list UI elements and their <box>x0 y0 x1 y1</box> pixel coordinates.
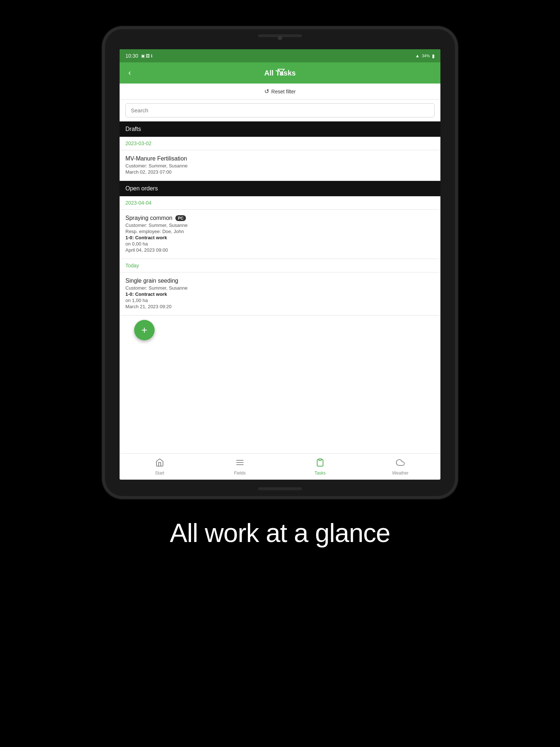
task-title-spraying: Spraying common <box>125 215 172 221</box>
reset-icon: ↺ <box>264 88 269 95</box>
task-detail-customer-draft: Customer: Summer, Susanne <box>125 163 435 169</box>
date-row-today: Today <box>120 259 440 272</box>
task-detail-area-spraying: on 0,00 ha <box>125 241 435 247</box>
reset-filter-label: Reset filter <box>271 89 296 94</box>
date-row-open-1: 2023-04-04 <box>120 196 440 210</box>
page-title: All Tasks <box>264 69 296 77</box>
tablet-speaker-bottom <box>258 487 302 490</box>
status-bar: 10:30 ▣ 🖼 ℹ ▲ 34% ▮ <box>120 49 440 62</box>
status-icons-right: ▲ 34% ▮ <box>415 53 435 59</box>
nav-label-start: Start <box>155 471 164 476</box>
task-badge-pc: PC <box>175 215 186 221</box>
task-item-mv-manure[interactable]: MV-Manure Fertilisation Customer: Summer… <box>120 150 440 181</box>
status-time: 10:30 ▣ 🖼 ℹ <box>125 53 152 59</box>
section-drafts: Drafts 2023-03-02 MV-Manure Fertilisatio… <box>120 121 440 181</box>
time-display: 10:30 <box>125 53 138 59</box>
section-header-open-orders: Open orders <box>120 181 440 196</box>
status-icons-left: ▣ 🖼 ℹ <box>141 54 152 58</box>
back-button[interactable]: ‹ <box>127 67 132 79</box>
task-detail-employee: Resp. employee: Doe, John <box>125 229 435 234</box>
section-header-drafts: Drafts <box>120 121 440 137</box>
weather-icon <box>396 458 405 469</box>
task-detail-customer-grain: Customer: Summer, Susanne <box>125 285 435 291</box>
nav-item-start[interactable]: Start <box>120 455 200 479</box>
nav-label-weather: Weather <box>392 471 408 476</box>
tasks-icon <box>316 458 324 469</box>
task-detail-contract-grain: 1-0: Contract work <box>125 291 435 297</box>
task-detail-customer-spraying: Customer: Summer, Susanne <box>125 222 435 228</box>
content-area[interactable]: ↺ Reset filter Drafts 2023-03-02 MV-Manu <box>120 84 440 453</box>
battery-icon: ▮ <box>432 53 435 59</box>
add-task-button[interactable]: + <box>134 320 155 340</box>
svg-rect-4 <box>319 459 322 460</box>
search-bar <box>120 100 440 121</box>
search-input[interactable] <box>125 103 435 117</box>
task-detail-date-draft: March 02, 2023 07:00 <box>125 169 435 175</box>
reset-filter-button[interactable]: ↺ Reset filter <box>264 88 296 95</box>
wifi-icon: ▲ <box>415 53 420 58</box>
nav-item-fields[interactable]: Fields <box>200 455 280 479</box>
nav-item-weather[interactable]: Weather <box>360 455 440 479</box>
tablet-frame: 10:30 ▣ 🖼 ℹ ▲ 34% ▮ ‹ All Tasks <box>105 29 455 496</box>
task-detail-date-spraying: April 04, 2023 09:00 <box>125 247 435 253</box>
task-detail-contract-spraying: 1-0: Contract work <box>125 235 435 240</box>
bottom-caption: All work at a glance <box>170 518 390 548</box>
bottom-nav: Start Fields <box>120 453 440 480</box>
task-item-spraying-common[interactable]: Spraying common PC Customer: Summer, Sus… <box>120 210 440 259</box>
date-row-draft-1: 2023-03-02 <box>120 137 440 150</box>
reset-filter-bar: ↺ Reset filter <box>120 84 440 100</box>
fab-container: + <box>120 316 440 345</box>
task-title-mv-manure: MV-Manure Fertilisation <box>125 155 187 162</box>
task-detail-date-grain: March 21, 2023 09:20 <box>125 304 435 309</box>
home-icon <box>155 458 164 469</box>
task-title-single-grain: Single grain seeding <box>125 278 178 284</box>
fields-icon <box>236 458 244 469</box>
nav-label-fields: Fields <box>234 471 246 476</box>
section-open-orders: Open orders 2023-04-04 Spraying common P… <box>120 181 440 316</box>
app-header: ‹ All Tasks <box>120 62 440 84</box>
task-detail-area-grain: on 1,00 ha <box>125 298 435 303</box>
tablet-camera <box>278 36 282 40</box>
nav-item-tasks[interactable]: Tasks <box>280 455 360 479</box>
task-item-single-grain[interactable]: Single grain seeding Customer: Summer, S… <box>120 272 440 316</box>
nav-label-tasks: Tasks <box>315 471 326 476</box>
battery-display: 34% <box>422 54 430 58</box>
tablet-screen: 10:30 ▣ 🖼 ℹ ▲ 34% ▮ ‹ All Tasks <box>120 49 440 480</box>
